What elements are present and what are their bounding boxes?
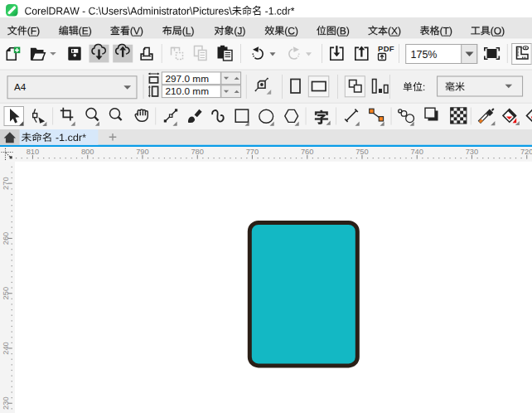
svg-text:800: 800 xyxy=(81,148,94,156)
svg-text:PDF: PDF xyxy=(378,44,394,53)
svg-text:230: 230 xyxy=(2,396,10,410)
svg-text:740: 740 xyxy=(410,148,423,156)
svg-text:240: 240 xyxy=(2,342,10,355)
svg-text:750: 750 xyxy=(355,148,369,156)
svg-text:780: 780 xyxy=(191,148,204,156)
svg-text:210.0 mm: 210.0 mm xyxy=(166,85,210,97)
svg-text:760: 760 xyxy=(301,148,314,156)
svg-text:720: 720 xyxy=(520,148,532,156)
svg-text:A4: A4 xyxy=(14,81,27,92)
svg-text:175%: 175% xyxy=(411,49,438,61)
svg-text:270: 270 xyxy=(2,177,10,190)
svg-text:260: 260 xyxy=(2,232,10,245)
svg-text:790: 790 xyxy=(136,148,149,156)
svg-text:250: 250 xyxy=(2,287,10,300)
svg-text:297.0 mm: 297.0 mm xyxy=(166,73,210,85)
svg-text:810: 810 xyxy=(27,148,40,156)
svg-text:770: 770 xyxy=(246,148,259,156)
svg-text:730: 730 xyxy=(466,148,479,156)
